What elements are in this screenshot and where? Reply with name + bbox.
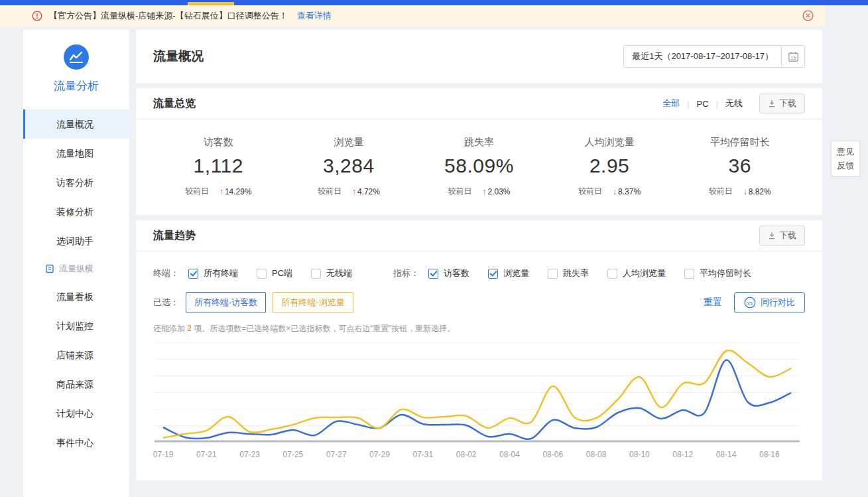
alert-icon [32, 11, 42, 21]
overview-section-title: 流量总览 [153, 97, 196, 111]
x-axis-label: 07-27 [326, 450, 347, 459]
sidebar-item-product-source[interactable]: 商品来源 [23, 370, 129, 399]
announcement-text: 【官方公告】流量纵横-店铺来源-【钻石展位】口径调整公告！ [49, 10, 288, 22]
checkbox-icon[interactable] [428, 269, 438, 279]
checkbox-pageviews[interactable]: 浏览量 [488, 267, 529, 279]
checkbox-wireless-terminal[interactable]: 无线端 [311, 267, 352, 279]
sidebar-item-label: 流量地图 [56, 148, 93, 159]
checkbox-label: 所有终端 [204, 267, 238, 279]
checkbox-pc-terminal[interactable]: PC端 [257, 267, 292, 279]
stat-label: 平均停留时长 [674, 136, 805, 149]
feedback-label: 意见 [832, 145, 859, 159]
traffic-analysis-icon [64, 44, 89, 70]
change-value: 4.72% [357, 187, 380, 196]
stat-pageviews: 浏览量 3,284 较前日↑4.72% [284, 136, 414, 197]
stat-label: 跳失率 [414, 136, 544, 149]
selected-tag-pageviews[interactable]: 所有终端-浏览量 [273, 292, 353, 313]
checkbox-label: 跳失率 [563, 267, 589, 279]
checkbox-label: 平均停留时长 [700, 267, 751, 279]
sidebar-item-event-center[interactable]: 事件中心 [23, 428, 129, 457]
checkbox-all-terminals[interactable]: 所有终端 [188, 267, 238, 279]
series-line [163, 350, 791, 438]
trend-section-title: 流量趋势 [153, 229, 196, 243]
sidebar-section-label: 流量纵横 [59, 263, 93, 275]
compare-label: 较前日 [578, 186, 602, 197]
sidebar-item-plan-center[interactable]: 计划中心 [23, 399, 129, 428]
sidebar-item-label: 商品来源 [56, 379, 93, 390]
page-title: 流量概况 [153, 48, 204, 65]
sidebar-item-traffic-overview[interactable]: 流量概况 [23, 109, 129, 139]
trend-chart [155, 342, 822, 447]
peer-compare-button[interactable]: vs 同行对比 [734, 292, 805, 313]
sidebar-item-label: 选词助手 [56, 236, 93, 246]
terminal-segmented-control: 全部 | PC | 无线 [655, 98, 750, 109]
sidebar-item-plan-monitor[interactable]: 计划监控 [23, 311, 129, 340]
page: 【官方公告】流量纵横-店铺来源-【钻石展位】口径调整公告！ 查看详情 流量分析 … [0, 0, 868, 497]
svg-text:vs: vs [747, 300, 753, 306]
peer-compare-label: 同行对比 [761, 297, 795, 309]
trend-section-header: 流量趋势 下载 [136, 220, 822, 251]
download-button[interactable]: 下载 [759, 94, 805, 113]
checkbox-pages-per-visitor[interactable]: 人均浏览量 [607, 267, 666, 279]
checkbox-icon[interactable] [684, 269, 694, 279]
tab-pc[interactable]: PC [690, 99, 716, 109]
calendar-icon[interactable]: 15 [781, 46, 804, 67]
checkbox-label: 人均浏览量 [623, 267, 666, 279]
stats-row: 访客数 1,112 较前日↑14.29% 浏览量 3,284 较前日↑4.72%… [136, 119, 822, 197]
sidebar-item-shop-source[interactable]: 店铺来源 [23, 340, 129, 370]
announcement-link[interactable]: 查看详情 [297, 10, 332, 22]
x-axis-label: 07-25 [283, 450, 304, 459]
sidebar-item-visitor-analysis[interactable]: 访客分析 [23, 168, 129, 197]
selected-tag-visitors[interactable]: 所有终端-访客数 [186, 292, 266, 313]
change-value: 2.03% [487, 187, 510, 196]
close-icon[interactable] [802, 10, 814, 21]
reset-link[interactable]: 重置 [704, 297, 722, 309]
sidebar: 流量分析 流量概况 流量地图 访客分析 装修分析 选词助手 流量纵横 流量看板 … [23, 30, 129, 497]
up-arrow-icon: ↑ [482, 187, 486, 196]
sidebar-item-word-assistant[interactable]: 选词助手 [23, 226, 129, 255]
checkbox-icon[interactable] [548, 269, 558, 279]
tab-wireless[interactable]: 无线 [718, 98, 750, 109]
change-value: 8.82% [749, 187, 771, 196]
x-axis-label: 07-19 [153, 450, 174, 459]
stat-label: 人均浏览量 [544, 136, 675, 149]
stat-pages-per-visitor: 人均浏览量 2.95 较前日↓8.37% [544, 136, 675, 197]
compare-label: 较前日 [448, 186, 471, 197]
date-range-picker[interactable]: 最近1天（2017-08-17~2017-08-17） 15 [623, 45, 805, 68]
x-axis-label: 08-16 [759, 450, 780, 459]
sidebar-item-label: 事件中心 [56, 437, 93, 448]
page-header: 流量概况 最近1天（2017-08-17~2017-08-17） 15 [136, 30, 822, 83]
checkbox-icon[interactable] [188, 269, 198, 279]
checkbox-visitors[interactable]: 访客数 [428, 267, 469, 279]
announcement-bar: 【官方公告】流量纵横-店铺来源-【钻石展位】口径调整公告！ 查看详情 [0, 5, 826, 27]
checkbox-icon[interactable] [607, 269, 617, 279]
checkbox-bounce-rate[interactable]: 跳失率 [548, 267, 589, 279]
tab-all[interactable]: 全部 [655, 98, 687, 109]
checkbox-icon[interactable] [488, 269, 498, 279]
sidebar-item-traffic-map[interactable]: 流量地图 [23, 139, 129, 168]
x-axis-label: 08-14 [716, 450, 737, 459]
checkbox-icon[interactable] [311, 269, 321, 279]
sidebar-item-label: 装修分析 [56, 206, 93, 217]
download-label: 下载 [779, 230, 796, 242]
checkbox-icon[interactable] [257, 269, 267, 279]
x-axis-label: 08-10 [629, 450, 650, 459]
sidebar-section-traffic-matrix[interactable]: 流量纵横 [23, 255, 129, 282]
vs-icon: vs [744, 297, 756, 309]
hint-text: 还能添加 2 项。所选项数=已选终端数×已选指标数，可点右边“重置”按钮，重新选… [136, 313, 822, 334]
sidebar-item-traffic-board[interactable]: 流量看板 [23, 282, 129, 311]
x-axis-label: 07-23 [239, 450, 260, 459]
stat-visitors: 访客数 1,112 较前日↑14.29% [153, 136, 284, 197]
traffic-overview-card: 流量总览 全部 | PC | 无线 下载 [136, 88, 822, 215]
stat-value: 1,112 [153, 155, 284, 177]
svg-text:15: 15 [790, 55, 796, 60]
metric-filter-label: 指标： [393, 267, 419, 279]
sidebar-item-label: 店铺来源 [56, 350, 93, 360]
download-button[interactable]: 下载 [759, 226, 805, 246]
up-arrow-icon: ↑ [219, 187, 223, 196]
x-axis-label: 07-31 [413, 450, 434, 459]
feedback-button[interactable]: 意见 反馈 [831, 141, 860, 177]
sidebar-item-decoration-analysis[interactable]: 装修分析 [23, 197, 129, 226]
checkbox-avg-stay-time[interactable]: 平均停留时长 [684, 267, 751, 279]
selected-row: 已选： 所有终端-访客数 所有终端-浏览量 重置 vs 同行对比 [136, 279, 822, 313]
